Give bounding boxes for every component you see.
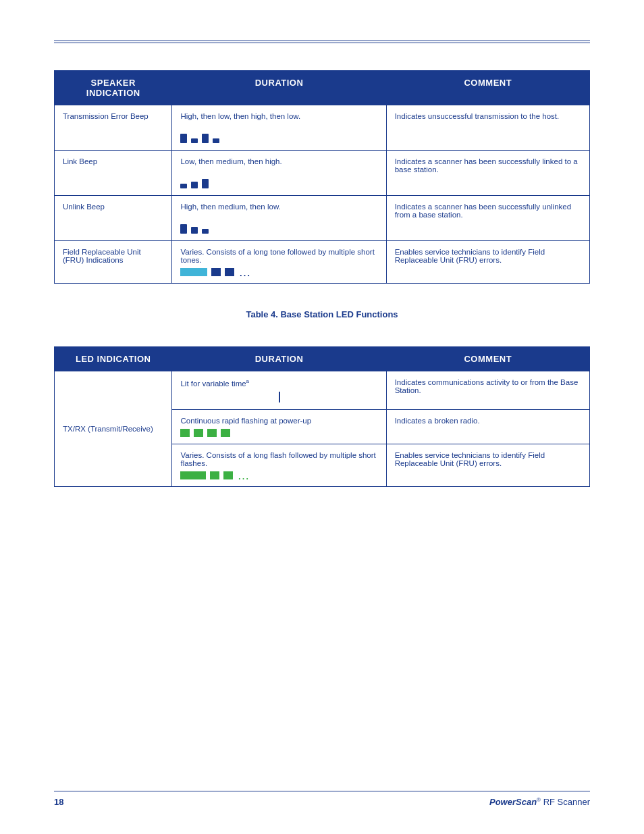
table-row: Field Replaceable Unit (FRU) Indications… (55, 241, 590, 284)
header-comment-1: COMMENT (386, 71, 589, 105)
indicator-cell: Transmission Error Beep (55, 105, 172, 151)
fru-short-bar-2 (225, 268, 234, 276)
dot-h (180, 224, 187, 234)
duration-cell: Low, then medium, then high. (172, 151, 386, 196)
led-comment-cell-3: Enables service technicians to identify … (386, 444, 589, 486)
table-row: Link Beep Low, then medium, then high. I… (55, 151, 590, 196)
green-bar-1 (180, 429, 190, 437)
header-led-indication: LED INDICATION (55, 347, 172, 371)
beep-visual-lmh (180, 170, 377, 188)
dot-h1 (180, 134, 187, 143)
duration-cell: High, then low, then high, then low. (172, 105, 386, 151)
dot-h (202, 179, 209, 188)
header-comment-2: COMMENT (386, 347, 589, 371)
header-duration-2: DURATION (172, 347, 386, 371)
led-fru-dots: … (237, 471, 249, 479)
top-divider (54, 41, 590, 43)
table2-caption: Table 4. Base Station LED Functions (54, 309, 590, 319)
comment-cell: Indicates a scanner has been successfull… (386, 151, 589, 196)
txrx-indicator-cell: TX/RX (Transmit/Receive) (55, 371, 172, 487)
indicator-cell: Link Beep (55, 151, 172, 196)
led-fru-visual: … (180, 471, 377, 479)
green-bar-2 (194, 429, 203, 437)
fru-dots: … (238, 268, 250, 276)
table-row: TX/RX (Transmit/Receive) Lit for variabl… (55, 371, 590, 410)
led-fru-short-2 (223, 471, 233, 479)
led-indication-table: LED INDICATION DURATION COMMENT TX/RX (T… (54, 346, 590, 487)
dot-l1 (191, 138, 198, 143)
duration-cell: Varies. Consists of a long tone followed… (172, 241, 386, 284)
dot-h2 (202, 134, 209, 143)
speaker-indication-table: SPEAKER INDICATION DURATION COMMENT Tran… (54, 70, 590, 284)
comment-cell: Indicates unsuccessful transmission to t… (386, 105, 589, 151)
duration-cell: High, then medium, then low. (172, 196, 386, 241)
lit-bar-visual (180, 392, 377, 402)
indicator-cell: Field Replaceable Unit (FRU) Indications (55, 241, 172, 284)
green-bar-4 (221, 429, 230, 437)
led-duration-cell-2: Continuous rapid flashing at power-up (172, 409, 386, 444)
footer-product-name: PowerScan® RF Scanner (489, 797, 590, 807)
fru-long-bar (180, 268, 207, 276)
table-row: Transmission Error Beep High, then low, … (55, 105, 590, 151)
rapid-flash-visual (180, 429, 377, 437)
comment-cell: Enables service technicians to identify … (386, 241, 589, 284)
header-speaker-indication: SPEAKER INDICATION (55, 71, 172, 105)
indicator-cell: Unlink Beep (55, 196, 172, 241)
led-duration-cell-3: Varies. Consists of a long flash followe… (172, 444, 386, 486)
table-row: Unlink Beep High, then medium, then low.… (55, 196, 590, 241)
beep-visual-hlhl (180, 124, 377, 143)
led-fru-long-bar (180, 471, 206, 479)
led-comment-cell-1: Indicates communications activity to or … (386, 371, 589, 410)
dot-m (191, 227, 198, 234)
led-comment-cell-2: Indicates a broken radio. (386, 409, 589, 444)
header-duration-1: DURATION (172, 71, 386, 105)
page-footer: 18 PowerScan® RF Scanner (54, 791, 590, 807)
fru-visual: … (180, 268, 377, 276)
led-fru-short-1 (210, 471, 219, 479)
green-bar-3 (207, 429, 217, 437)
beep-visual-hml (180, 215, 377, 234)
dot-l2 (213, 138, 219, 143)
page-container: SPEAKER INDICATION DURATION COMMENT Tran… (0, 0, 644, 834)
page-number: 18 (54, 797, 63, 807)
comment-cell: Indicates a scanner has been successfull… (386, 196, 589, 241)
dot-l (180, 184, 187, 188)
dot-l (202, 229, 209, 234)
dot-m (191, 182, 198, 188)
led-duration-cell-1: Lit for variable timea (172, 371, 386, 410)
fru-short-bar-1 (211, 268, 221, 276)
